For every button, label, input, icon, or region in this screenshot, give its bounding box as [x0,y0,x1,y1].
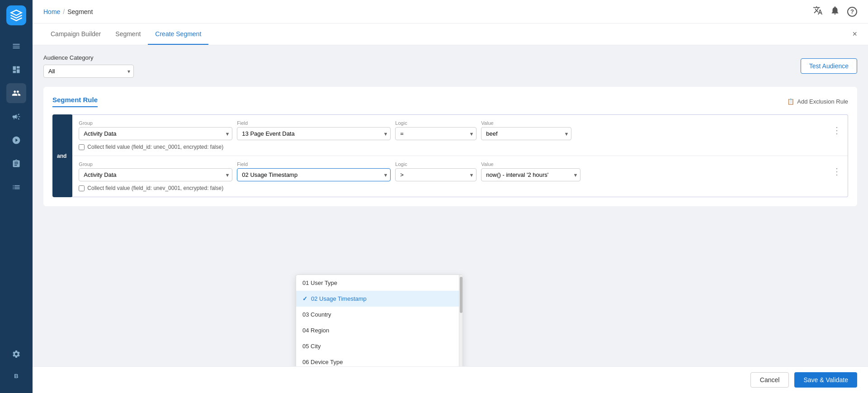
scrollbar-thumb [460,277,462,313]
collect-check-2[interactable] [79,185,85,191]
sidebar-item-menu[interactable] [6,36,26,56]
dropdown-item-label-1: 02 Usage Timestamp [311,295,367,302]
rules-container: Group Activity Data ▾ Fiel [71,114,848,197]
rule-group-select-wrapper: Activity Data ▾ [79,127,232,140]
subnav-tabs: Campaign Builder Segment Create Segment [43,24,208,45]
rule-value-select-wrapper-2: now() - interval '2 hours' ▾ [481,168,580,181]
breadcrumb: Home / Segment [43,8,93,15]
collect-checkbox-2: Collect field value (field_id: unev_0001… [79,185,841,191]
rule-value-select[interactable]: beef [481,127,571,140]
add-exclusion-icon: 📋 [787,98,794,105]
segment-panel: Segment Rule 📋 Add Exclusion Rule and [43,87,857,206]
rule-more-button-2[interactable]: ⋮ [832,166,841,177]
rule-fields-2: Group Activity Data ▾ Fiel [79,161,841,181]
rule-value-field-2: Value now() - interval '2 hours' ▾ [481,161,580,181]
audience-category-row: Audience Category All New Returning Test… [43,54,857,78]
dropdown-item-0[interactable]: 01 User Type [296,275,459,291]
cancel-button[interactable]: Cancel [750,372,789,388]
audience-category-select[interactable]: All New Returning [43,65,134,78]
dropdown-item-label-2: 03 Country [302,311,331,318]
rule-field-select-2[interactable]: 02 Usage Timestamp [237,168,391,181]
rule-logic-select-2[interactable]: > [395,168,476,181]
beta-label: B [14,373,18,379]
rule-group-select-wrapper-2: Activity Data ▾ [79,168,232,181]
logic-label-2: Logic [395,161,476,167]
rule-logic-select[interactable]: = [395,127,476,140]
field-dropdown-overlay: 01 User Type ✓ 02 Usage Timestamp 03 Cou… [296,275,463,366]
rule-field-select[interactable]: 13 Page Event Data [237,127,391,140]
help-icon[interactable]: ? [847,7,857,17]
tab-create-segment[interactable]: Create Segment [148,24,208,45]
close-tab-button[interactable]: × [852,29,857,39]
save-validate-button[interactable]: Save & Validate [794,372,857,388]
rule-group-select[interactable]: Activity Data [79,127,232,140]
subnav: Campaign Builder Segment Create Segment … [33,24,868,45]
dropdown-scrollbar[interactable] [459,275,462,366]
collect-check-1[interactable] [79,144,85,150]
group-label-2: Group [79,161,232,167]
sidebar-item-assignment[interactable] [6,154,26,174]
rule-group-field: Group Activity Data ▾ [79,120,232,140]
add-exclusion-button[interactable]: 📋 Add Exclusion Rule [787,98,848,105]
rule-value-select-wrapper: beef ▾ [481,127,571,140]
and-badge: and [52,114,71,197]
bottom-bar: Cancel Save & Validate [33,366,868,393]
notification-icon[interactable] [830,5,840,18]
dropdown-list: 01 User Type ✓ 02 Usage Timestamp 03 Cou… [296,275,459,366]
dropdown-content: 01 User Type ✓ 02 Usage Timestamp 03 Cou… [296,275,462,366]
tab-campaign-builder[interactable]: Campaign Builder [43,24,108,45]
translate-icon[interactable] [813,5,823,18]
app-logo[interactable] [6,5,26,25]
dropdown-item-5[interactable]: 06 Device Type [296,354,459,366]
sidebar-item-dashboard[interactable] [6,60,26,80]
sidebar-item-beta[interactable]: B [6,366,26,386]
rule-logic-field: Logic = ▾ [395,120,476,140]
rule-field-select-wrapper-2: 02 Usage Timestamp ▾ [237,168,391,181]
breadcrumb-home[interactable]: Home [43,8,60,15]
tab-segment[interactable]: Segment [108,24,148,45]
add-exclusion-label: Add Exclusion Rule [797,98,848,105]
dropdown-item-label-3: 04 Region [302,327,329,334]
collect-checkbox-1: Collect field value (field_id: unec_0001… [79,144,841,150]
field-label-1: Field [237,120,391,126]
sidebar: B [0,0,33,393]
audience-category-select-wrapper: All New Returning [43,65,134,78]
breadcrumb-sep: / [63,8,65,15]
field-label-2: Field [237,161,391,167]
rule-group: and Group Activity Data [52,114,848,197]
logic-label-1: Logic [395,120,476,126]
dropdown-item-3[interactable]: 04 Region [296,322,459,338]
group-label: Group [79,120,232,126]
sidebar-item-campaign[interactable] [6,107,26,127]
test-audience-button[interactable]: Test Audience [801,58,857,74]
segment-rule-header: Segment Rule 📋 Add Exclusion Rule [52,96,848,107]
dropdown-item-4[interactable]: 05 City [296,338,459,354]
top-navigation: Home / Segment ? [33,0,868,24]
rule-group-field-2: Group Activity Data ▾ [79,161,232,181]
sidebar-item-explore[interactable] [6,130,26,150]
rule-group-select-2[interactable]: Activity Data [79,168,232,181]
page-content-area: Audience Category All New Returning Test… [33,45,868,366]
dropdown-item-2[interactable]: 03 Country [296,307,459,322]
sidebar-item-audience[interactable] [6,83,26,103]
value-label-1: Value [481,120,571,126]
rule-value-select-2[interactable]: now() - interval '2 hours' [481,168,580,181]
dropdown-item-label-5: 06 Device Type [302,359,343,365]
audience-category-label: Audience Category [43,54,134,61]
dropdown-item-label-4: 05 City [302,343,321,350]
segment-rule-title: Segment Rule [52,96,98,107]
rule-field-field-2: Field 02 Usage Timestamp ▾ [237,161,391,181]
dropdown-item-1[interactable]: ✓ 02 Usage Timestamp [296,291,459,307]
sidebar-item-settings[interactable] [6,344,26,364]
rule-field-select-wrapper: 13 Page Event Data ▾ [237,127,391,140]
rule-more-button-1[interactable]: ⋮ [832,125,841,136]
breadcrumb-segment[interactable]: Segment [67,8,93,15]
rule-row: Group Activity Data ▾ Fiel [72,115,848,156]
value-label-2: Value [481,161,580,167]
topnav-actions: ? [813,5,857,18]
collect-text-2: Collect field value (field_id: unev_0001… [87,185,223,191]
rule-logic-select-wrapper-2: > ▾ [395,168,476,181]
main-content: Home / Segment ? Campaign Builder Segmen… [33,0,868,393]
sidebar-item-list[interactable] [6,177,26,197]
rule-row-2: Group Activity Data ▾ Fiel [72,156,848,197]
